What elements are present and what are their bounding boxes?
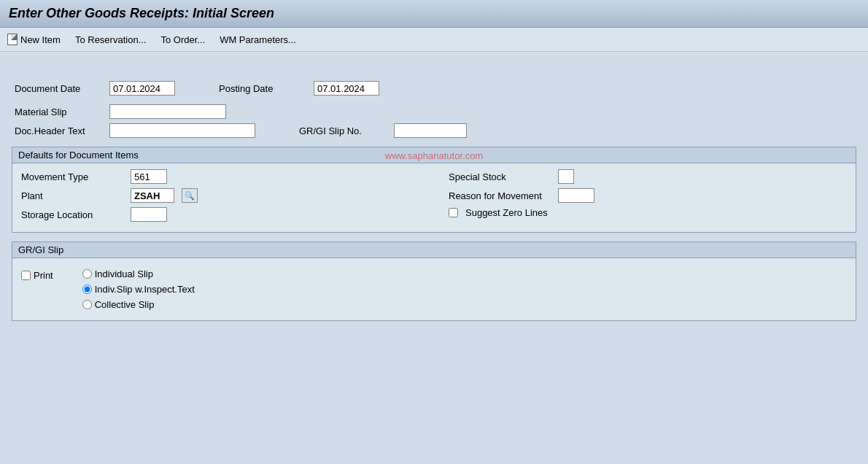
special-stock-label: Special Stock xyxy=(449,171,551,182)
special-stock-input[interactable] xyxy=(558,169,574,184)
storage-location-label: Storage Location xyxy=(21,209,123,220)
wm-parameters-label: WM Parameters... xyxy=(220,34,296,45)
watermark: www.saphanatutor.com xyxy=(385,150,483,161)
collective-slip-radio[interactable] xyxy=(82,300,92,309)
new-item-label: New Item xyxy=(20,34,61,45)
to-order-button[interactable]: To Order... xyxy=(160,34,205,45)
movement-type-label: Movement Type xyxy=(21,171,123,182)
page-title: Enter Other Goods Receipts: Initial Scre… xyxy=(9,6,274,20)
new-item-button[interactable]: New Item xyxy=(7,34,61,45)
material-slip-input[interactable] xyxy=(109,104,226,119)
toolbar: New Item To Reservation... To Order... W… xyxy=(0,28,868,52)
gr-gi-section: GR/GI Slip Print Individual Slip Indiv.S… xyxy=(12,241,856,321)
print-checkbox[interactable] xyxy=(21,271,31,280)
suggest-zero-checkbox[interactable] xyxy=(449,208,458,217)
wm-parameters-button[interactable]: WM Parameters... xyxy=(220,34,296,45)
document-date-label: Document Date xyxy=(15,83,102,94)
print-label: Print xyxy=(34,270,53,281)
gr-gi-section-title: GR/GI Slip xyxy=(12,242,856,258)
to-order-label: To Order... xyxy=(160,34,205,45)
movement-type-input[interactable] xyxy=(131,169,167,184)
individual-slip-label: Individual Slip xyxy=(95,268,153,279)
gr-gi-slip-input[interactable] xyxy=(394,123,467,138)
collective-slip-label: Collective Slip xyxy=(95,299,155,310)
suggest-zero-label: Suggest Zero Lines xyxy=(465,207,548,218)
material-slip-label: Material Slip xyxy=(15,107,102,117)
plant-input[interactable] xyxy=(131,188,174,203)
posting-date-label: Posting Date xyxy=(219,83,306,94)
posting-date-input[interactable] xyxy=(314,81,379,96)
defaults-section-title: Defaults for Document Items www.saphanat… xyxy=(12,147,856,163)
document-date-input[interactable] xyxy=(109,81,175,96)
plant-search-button[interactable]: 🔍 xyxy=(182,188,198,203)
to-reservation-button[interactable]: To Reservation... xyxy=(75,34,147,45)
storage-location-input[interactable] xyxy=(131,207,167,222)
defaults-section: Defaults for Document Items www.saphanat… xyxy=(12,147,856,233)
indiv-inspect-radio[interactable] xyxy=(82,285,92,294)
doc-header-input[interactable] xyxy=(109,123,255,138)
reason-movement-input[interactable] xyxy=(558,188,594,203)
to-reservation-label: To Reservation... xyxy=(75,34,147,45)
individual-slip-radio[interactable] xyxy=(82,269,92,279)
gr-gi-slip-label: GR/GI Slip No. xyxy=(299,125,387,136)
plant-label: Plant xyxy=(21,190,123,201)
doc-header-label: Doc.Header Text xyxy=(15,125,102,136)
indiv-inspect-label: Indiv.Slip w.Inspect.Text xyxy=(95,284,195,295)
title-bar: Enter Other Goods Receipts: Initial Scre… xyxy=(0,0,868,28)
new-item-icon xyxy=(7,34,18,45)
reason-movement-label: Reason for Movement xyxy=(449,190,551,201)
